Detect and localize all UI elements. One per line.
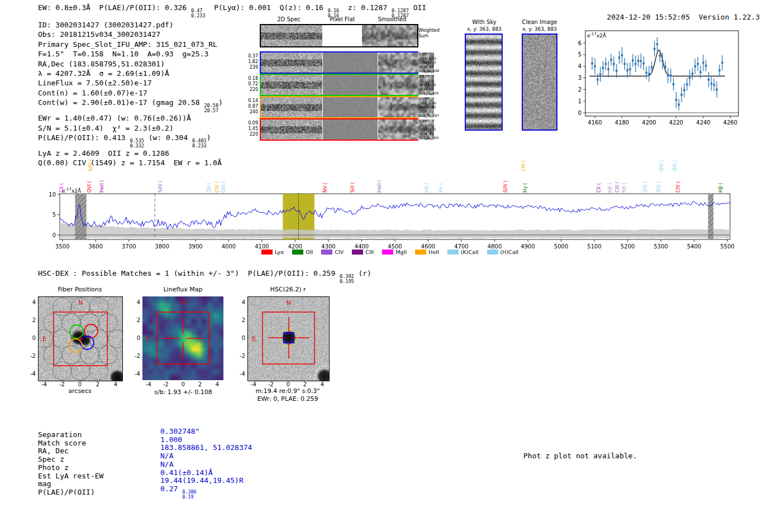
spec2d-row-right-labels: 0.69"(363, 883)20181215v034_02315_RL_098	[419, 52, 444, 73]
svg-text:OIII (: OIII (	[656, 181, 661, 193]
spec2d-col-title-2: Pixel Flat	[326, 16, 359, 22]
svg-text:3: 3	[578, 75, 581, 81]
info-line: Cont(w) = 2.90(±0.01)e-17 (gmag 20.58 20…	[38, 98, 223, 113]
match-table-label: Match score	[38, 439, 103, 448]
svg-text:3900: 3900	[188, 243, 202, 250]
svg-text:3700: 3700	[122, 243, 136, 250]
svg-text:OII (: OII (	[206, 183, 212, 193]
match-table-label: RA, Dec	[38, 447, 103, 456]
cutout-xtick-label: 2	[299, 381, 311, 387]
spec2d-row-strip	[260, 118, 418, 141]
legend-swatch	[415, 250, 426, 255]
version-label: Version 1.22.3	[699, 13, 760, 21]
photz-note: Phot z plot not available.	[523, 451, 637, 461]
svg-text:5200: 5200	[621, 243, 635, 250]
cutout-xtick-label: 4	[317, 381, 328, 387]
fiber-positions-image	[38, 296, 123, 381]
cutout-ytick-label: 0	[26, 335, 36, 341]
info-line: ID: 3002031427 (3002031427.pdf)	[38, 20, 223, 30]
svg-text:e-17x2Å: e-17x2Å	[62, 187, 82, 194]
cutout-xtick-label: 0	[74, 381, 85, 387]
cutout-xtick-label: -2	[56, 381, 68, 387]
legend-item: OII	[292, 249, 313, 255]
legend-swatch	[321, 250, 332, 255]
svg-text:NV (: NV (	[322, 183, 328, 193]
line-fit-zoom-plot: 4160418042004220424042600123456e-17x2Å	[570, 22, 754, 128]
spec2d-row-left-labels: 0.180.72220	[244, 76, 258, 93]
spec2d-col-title-3: Smoothed	[375, 16, 409, 22]
cutout-ytick-label: 2	[235, 317, 245, 323]
header-summary-line: EW: 0.8±0.3Å P(LAE)/P(OII): 0.326 0.470.…	[38, 3, 426, 18]
hsc-caption-1: m:19.4 re:0.9" s:0.3"	[237, 387, 338, 395]
svg-text:5400: 5400	[687, 243, 701, 250]
timestamp: 2024-12-20 15:52:05	[607, 13, 690, 21]
legend-swatch	[292, 250, 303, 255]
sup-sub-stack: 0.3920.195	[340, 274, 354, 284]
match-table-label: Spec z	[38, 456, 103, 464]
fiber-positions-title: Fiber Positions	[38, 286, 122, 293]
info-line: S/N = 5.1(±0.4) χ² = 2.3(±0.2)	[38, 123, 223, 133]
cutout-xtick-label: 0	[283, 381, 294, 387]
sup-sub-stack: 0.5350.332	[130, 138, 144, 148]
cutout-xtick-label: -2	[160, 381, 171, 387]
svg-text:10: 10	[49, 191, 56, 198]
match-table-value: 183.858861, 51.028374	[160, 444, 252, 452]
svg-text:Hγ (: Hγ (	[438, 183, 444, 193]
legend-item: MgII	[382, 249, 407, 255]
elixer-report: EW: 0.8±0.3Å P(LAE)/P(OII): 0.326 0.470.…	[0, 0, 782, 532]
info-line: Cont(n) = 1.60(±0.07)e-17	[38, 88, 223, 98]
hsc-cutout-title: HSC(26.2) r	[247, 286, 328, 293]
cutout-xtick-label: 0	[178, 381, 189, 387]
hsc-dex-match-line: HSC-DEX : Possible Matches = 1 (within +…	[38, 269, 371, 284]
hsc-caption-2: EWr: 0, PLAE: 0.259	[237, 395, 338, 402]
spec2d-col-title-1: 2D Spec	[272, 16, 306, 22]
match-table-value: 0.27 0.3860.19	[160, 485, 252, 500]
cutout-ytick-label: 2	[130, 317, 140, 323]
cutout-ytick-label: -2	[26, 353, 36, 359]
svg-text:OIII (: OIII (	[672, 160, 678, 171]
svg-text:3800: 3800	[155, 243, 169, 250]
svg-text:CIII (: CIII (	[521, 161, 526, 171]
legend-item: (H)CaII	[487, 249, 519, 255]
sup-sub-stack: 20.5820.57	[204, 103, 218, 113]
match-table-value: 19.44(19.44,19.45)R	[160, 477, 252, 485]
svg-text:CII (: CII (	[596, 183, 602, 193]
info-line: RA,Dec (183.858795,51.028301)	[38, 59, 223, 69]
weighted-sum-label: WeightedSum	[418, 28, 440, 39]
info-line: EWr = 1.40(±0.47) (w: 0.76(±0.26))Å	[38, 113, 223, 123]
svg-text:5: 5	[578, 51, 581, 57]
svg-text:SiIV (: SiIV (	[88, 159, 93, 171]
match-table-labels: SeparationMatch scoreRA, DecSpec zPhoto …	[38, 431, 103, 497]
legend-swatch	[487, 250, 498, 255]
spec2d-row-strip	[260, 51, 418, 74]
match-table-value: 0.41(±0.14)Å	[160, 469, 252, 477]
svg-text:5100: 5100	[587, 243, 601, 250]
svg-text:4240: 4240	[696, 119, 710, 126]
with-sky-header: With Sky x, y: 363, 883	[454, 19, 515, 32]
svg-text:2: 2	[578, 87, 581, 93]
clean-image	[522, 33, 557, 131]
cutout-xtick-label: -4	[248, 381, 259, 387]
legend-item: HeII	[415, 249, 439, 255]
cutout-xtick-label: 4	[212, 381, 223, 387]
full-spectrum-plot: CII (OVI (SiIV (HeII (SiIV (OII (CIV (OI…	[47, 154, 743, 255]
match-table-label: mag	[38, 480, 103, 488]
svg-text:HeII (: HeII (	[99, 180, 104, 193]
cutout-ytick-label: 0	[235, 335, 245, 341]
legend-swatch	[382, 250, 393, 255]
match-table-value: 1.000	[160, 436, 252, 444]
legend-item: (K)CaII	[447, 249, 479, 255]
svg-text:4900: 4900	[521, 243, 535, 250]
clean-image-header: Clean Image x, y: 363, 883	[509, 19, 570, 32]
svg-text:3500: 3500	[55, 243, 69, 250]
spec2d-row-left-labels: 0.140.87240	[244, 98, 258, 115]
svg-text:3600: 3600	[89, 243, 103, 250]
info-line: Obs: 20181215v034_3002031427	[38, 30, 223, 39]
svg-text:OIII (: OIII (	[642, 181, 648, 193]
info-line: LineFlux = 7.50(±2.50)e-17	[38, 78, 223, 88]
cutout-ytick-label: 4	[235, 299, 245, 305]
match-table-label: Separation	[38, 431, 103, 439]
lineflux-map-image	[142, 296, 223, 380]
cutout-xtick-label: -4	[143, 381, 154, 387]
cutout-xtick-label: -4	[39, 381, 50, 387]
